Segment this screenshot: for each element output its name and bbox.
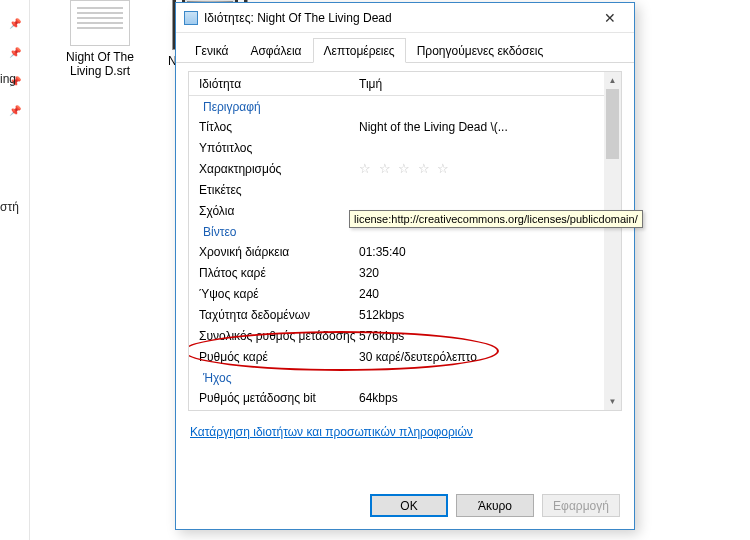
prop-label: Πλάτος καρέ [199, 266, 359, 280]
row-frame-rate[interactable]: Ρυθμός καρέ 30 καρέ/δευτερόλεπτο [189, 346, 604, 367]
tooltip: license:http://creativecommons.org/licen… [349, 210, 643, 228]
section-audio: Ήχος [189, 367, 604, 387]
prop-label: Ετικέτες [199, 183, 359, 197]
property-list: Ιδιότητα Τιμή Περιγραφή ΤίτλοςNight of t… [189, 72, 604, 410]
prop-value: 01:35:40 [359, 245, 604, 259]
cropped-text: ing [0, 72, 16, 86]
cancel-button[interactable]: Άκυρο [456, 494, 534, 517]
pin-icon: 📌 [0, 18, 29, 29]
rating-stars[interactable]: ☆ ☆ ☆ ☆ ☆ [359, 161, 604, 176]
row-frame-width[interactable]: Πλάτος καρέ320 [189, 262, 604, 283]
pin-icon: 📌 [0, 105, 29, 116]
window-icon [184, 11, 198, 25]
prop-label: Ταχύτητα δεδομένων [199, 308, 359, 322]
apply-button: Εφαρμογή [542, 494, 620, 517]
row-data-rate[interactable]: Ταχύτητα δεδομένων512kbps [189, 304, 604, 325]
button-row: OK Άκυρο Εφαρμογή [370, 494, 620, 517]
file-thumb-icon [70, 0, 130, 46]
prop-label: Τίτλος [199, 120, 359, 134]
prop-value: 30 καρέ/δευτερόλεπτο [359, 350, 604, 364]
section-description: Περιγραφή [189, 96, 604, 116]
prop-value: 576kbps [359, 329, 604, 343]
row-channels[interactable]: Κανάλια2 (στερεοφωνικά) [189, 408, 604, 410]
row-title[interactable]: ΤίτλοςNight of the Living Dead \(... [189, 116, 604, 137]
row-duration[interactable]: Χρονική διάρκεια01:35:40 [189, 241, 604, 262]
tab-previous-versions[interactable]: Προηγούμενες εκδόσεις [406, 38, 555, 63]
row-rating[interactable]: Χαρακτηρισμός☆ ☆ ☆ ☆ ☆ [189, 158, 604, 179]
prop-value: 320 [359, 266, 604, 280]
file-label: Night Of The Living D.srt [50, 50, 150, 78]
tabstrip: Γενικά Ασφάλεια Λεπτομέρειες Προηγούμενε… [176, 33, 634, 63]
tab-general[interactable]: Γενικά [184, 38, 239, 63]
desktop: 📌 📌 📌 📌 ing στή Night Of The Living D.sr… [0, 0, 750, 540]
prop-label: Χρονική διάρκεια [199, 245, 359, 259]
titlebar: Ιδιότητες: Night Of The Living Dead ✕ [176, 3, 634, 33]
row-total-bitrate[interactable]: Συνολικός ρυθμός μετάδοσης576kbps [189, 325, 604, 346]
remove-properties-link[interactable]: Κατάργηση ιδιοτήτων και προσωπικών πληρο… [188, 411, 475, 443]
prop-label: Χαρακτηρισμός [199, 162, 359, 176]
list-header: Ιδιότητα Τιμή [189, 72, 604, 96]
tab-details[interactable]: Λεπτομέρειες [313, 38, 406, 63]
prop-label: Ρυθμός καρέ [199, 350, 359, 364]
file-item-srt[interactable]: Night Of The Living D.srt [50, 0, 150, 78]
header-value[interactable]: Τιμή [359, 77, 382, 91]
prop-value: Night of the Living Dead \(... [359, 120, 604, 134]
close-button[interactable]: ✕ [588, 4, 632, 32]
pin-icon: 📌 [0, 47, 29, 58]
tab-content: Ιδιότητα Τιμή Περιγραφή ΤίτλοςNight of t… [176, 63, 634, 453]
ok-button[interactable]: OK [370, 494, 448, 517]
prop-label: Σχόλια [199, 204, 359, 218]
prop-label: Ρυθμός μετάδοσης bit [199, 391, 359, 405]
row-audio-bitrate[interactable]: Ρυθμός μετάδοσης bit64kbps [189, 387, 604, 408]
scroll-down-icon[interactable]: ▼ [604, 393, 621, 410]
window-title: Ιδιότητες: Night Of The Living Dead [204, 11, 588, 25]
scrollbar[interactable]: ▲ ▼ [604, 72, 621, 410]
prop-value: 512kbps [359, 308, 604, 322]
row-tags[interactable]: Ετικέτες [189, 179, 604, 200]
prop-label: Υπότιτλος [199, 141, 359, 155]
scroll-up-icon[interactable]: ▲ [604, 72, 621, 89]
prop-value: 64kbps [359, 391, 604, 405]
cropped-text: στή [0, 200, 19, 214]
prop-value: 240 [359, 287, 604, 301]
row-frame-height[interactable]: Ύψος καρέ240 [189, 283, 604, 304]
row-subtitle[interactable]: Υπότιτλος [189, 137, 604, 158]
tab-security[interactable]: Ασφάλεια [239, 38, 312, 63]
properties-dialog: Ιδιότητες: Night Of The Living Dead ✕ Γε… [175, 2, 635, 530]
scroll-thumb[interactable] [606, 89, 619, 159]
prop-label: Συνολικός ρυθμός μετάδοσης [199, 329, 359, 343]
property-listbox[interactable]: Ιδιότητα Τιμή Περιγραφή ΤίτλοςNight of t… [188, 71, 622, 411]
header-property[interactable]: Ιδιότητα [199, 77, 359, 91]
prop-label: Ύψος καρέ [199, 287, 359, 301]
